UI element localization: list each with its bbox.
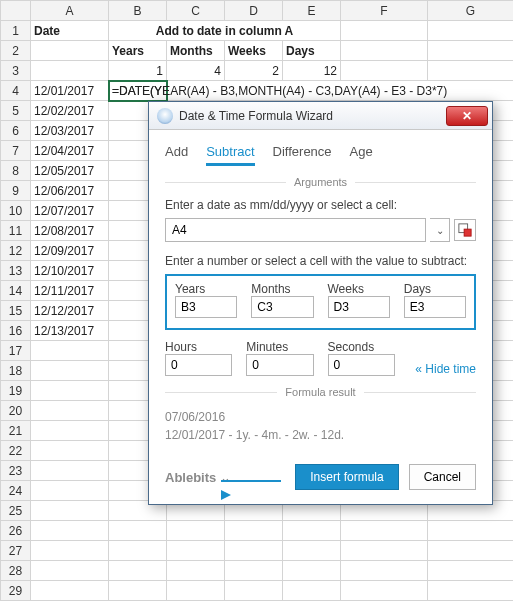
- cell[interactable]: 12/06/2017: [31, 181, 109, 201]
- row-header[interactable]: 9: [1, 181, 31, 201]
- row-header[interactable]: 24: [1, 481, 31, 501]
- cell[interactable]: [341, 541, 428, 561]
- cell[interactable]: [167, 521, 225, 541]
- col-header[interactable]: E: [283, 1, 341, 21]
- cell[interactable]: 12/11/2017: [31, 281, 109, 301]
- tab-difference[interactable]: Difference: [273, 140, 332, 166]
- row-header[interactable]: 10: [1, 201, 31, 221]
- cell[interactable]: [31, 41, 109, 61]
- cell[interactable]: 12/03/2017: [31, 121, 109, 141]
- cell[interactable]: [31, 61, 109, 81]
- cell[interactable]: 12/07/2017: [31, 201, 109, 221]
- cell[interactable]: [283, 581, 341, 601]
- cell[interactable]: [341, 581, 428, 601]
- row-header[interactable]: 23: [1, 461, 31, 481]
- cell[interactable]: [428, 561, 514, 581]
- cell[interactable]: [428, 61, 514, 81]
- cell[interactable]: [167, 541, 225, 561]
- weeks-input[interactable]: [328, 296, 390, 318]
- days-input[interactable]: [404, 296, 466, 318]
- cell[interactable]: [225, 581, 283, 601]
- col-header[interactable]: C: [167, 1, 225, 21]
- cell[interactable]: 12/13/2017: [31, 321, 109, 341]
- cell[interactable]: [109, 561, 167, 581]
- seconds-input[interactable]: [328, 354, 395, 376]
- col-header[interactable]: F: [341, 1, 428, 21]
- row-header[interactable]: 3: [1, 61, 31, 81]
- cell[interactable]: [225, 541, 283, 561]
- cell[interactable]: [283, 521, 341, 541]
- cell[interactable]: [31, 481, 109, 501]
- cell[interactable]: [31, 441, 109, 461]
- years-input[interactable]: [175, 296, 237, 318]
- cell[interactable]: [225, 521, 283, 541]
- cell[interactable]: [283, 541, 341, 561]
- row-header[interactable]: 4: [1, 81, 31, 101]
- col-header[interactable]: B: [109, 1, 167, 21]
- cell[interactable]: [341, 61, 428, 81]
- cell[interactable]: [31, 461, 109, 481]
- row-header[interactable]: 6: [1, 121, 31, 141]
- row-header[interactable]: 26: [1, 521, 31, 541]
- cell[interactable]: [428, 41, 514, 61]
- cell[interactable]: 12/09/2017: [31, 241, 109, 261]
- cell[interactable]: [31, 521, 109, 541]
- minutes-input[interactable]: [246, 354, 313, 376]
- cell[interactable]: [428, 521, 514, 541]
- cell[interactable]: 12/08/2017: [31, 221, 109, 241]
- cell[interactable]: [31, 401, 109, 421]
- cell[interactable]: [31, 581, 109, 601]
- col-header[interactable]: D: [225, 1, 283, 21]
- date-dropdown-button[interactable]: ⌄: [430, 218, 450, 242]
- cell[interactable]: Years: [109, 41, 167, 61]
- cell[interactable]: [31, 341, 109, 361]
- col-header[interactable]: G: [428, 1, 514, 21]
- select-cell-button[interactable]: [454, 219, 476, 241]
- row-header[interactable]: 18: [1, 361, 31, 381]
- row-header[interactable]: 17: [1, 341, 31, 361]
- cell[interactable]: [31, 421, 109, 441]
- date-input[interactable]: [165, 218, 426, 242]
- cell[interactable]: Weeks: [225, 41, 283, 61]
- cell[interactable]: [428, 21, 514, 41]
- cell[interactable]: [109, 521, 167, 541]
- cell[interactable]: Date: [31, 21, 109, 41]
- tab-age[interactable]: Age: [350, 140, 373, 166]
- cancel-button[interactable]: Cancel: [409, 464, 476, 490]
- row-header[interactable]: 2: [1, 41, 31, 61]
- row-header[interactable]: 5: [1, 101, 31, 121]
- tab-add[interactable]: Add: [165, 140, 188, 166]
- row-header[interactable]: 11: [1, 221, 31, 241]
- cell[interactable]: [341, 561, 428, 581]
- close-button[interactable]: ✕: [446, 106, 488, 126]
- cell[interactable]: [428, 581, 514, 601]
- hide-time-link[interactable]: Hide time: [415, 362, 476, 376]
- row-header[interactable]: 14: [1, 281, 31, 301]
- cell[interactable]: [341, 41, 428, 61]
- row-header[interactable]: 29: [1, 581, 31, 601]
- cell[interactable]: [109, 581, 167, 601]
- cell[interactable]: 2: [225, 61, 283, 81]
- row-header[interactable]: 7: [1, 141, 31, 161]
- col-header[interactable]: A: [31, 1, 109, 21]
- cell[interactable]: [109, 541, 167, 561]
- cell[interactable]: [31, 381, 109, 401]
- cell[interactable]: [341, 21, 428, 41]
- hours-input[interactable]: [165, 354, 232, 376]
- dialog-titlebar[interactable]: Date & Time Formula Wizard ✕: [149, 102, 492, 130]
- cell[interactable]: [31, 541, 109, 561]
- cell[interactable]: 12/02/2017: [31, 101, 109, 121]
- cell[interactable]: 12/12/2017: [31, 301, 109, 321]
- row-header[interactable]: 20: [1, 401, 31, 421]
- insert-formula-button[interactable]: Insert formula: [295, 464, 398, 490]
- cell[interactable]: [31, 561, 109, 581]
- row-header[interactable]: 15: [1, 301, 31, 321]
- cell[interactable]: 1: [109, 61, 167, 81]
- row-header[interactable]: 13: [1, 261, 31, 281]
- row-header[interactable]: 19: [1, 381, 31, 401]
- tab-subtract[interactable]: Subtract: [206, 140, 254, 166]
- cell[interactable]: [428, 541, 514, 561]
- cell[interactable]: [283, 561, 341, 581]
- cell[interactable]: [31, 361, 109, 381]
- months-input[interactable]: [251, 296, 313, 318]
